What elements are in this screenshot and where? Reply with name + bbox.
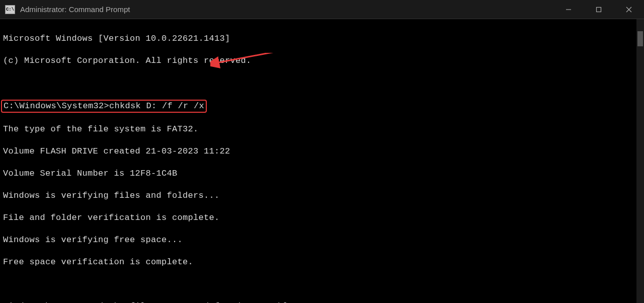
scrollbar-track[interactable] bbox=[636, 19, 644, 303]
output-line: Windows is verifying free space... bbox=[3, 235, 641, 246]
command-line: C:\Windows\System32>chkdsk D: /f /r /x bbox=[3, 100, 641, 113]
maximize-icon bbox=[596, 7, 602, 13]
svg-rect-1 bbox=[597, 7, 601, 12]
output-line: Windows has scanned the file system and … bbox=[3, 301, 641, 303]
version-line: Microsoft Windows [Version 10.0.22621.14… bbox=[3, 33, 641, 44]
command-text: chkdsk D: /f /r /x bbox=[109, 101, 204, 111]
copyright-line: (c) Microsoft Corporation. All rights re… bbox=[3, 55, 641, 66]
cmd-icon: C:\ bbox=[5, 5, 15, 14]
scrollbar-thumb[interactable] bbox=[637, 31, 643, 46]
output-line: Windows is verifying files and folders..… bbox=[3, 190, 641, 201]
window-titlebar: C:\ Administrator: Command Prompt bbox=[0, 0, 644, 19]
window-title: Administrator: Command Prompt bbox=[20, 5, 553, 14]
highlighted-command-box: C:\Windows\System32>chkdsk D: /f /r /x bbox=[1, 100, 207, 113]
prompt: C:\Windows\System32> bbox=[4, 101, 109, 111]
output-line: Free space verification is complete. bbox=[3, 257, 641, 268]
output-line: File and folder verification is complete… bbox=[3, 212, 641, 223]
output-line: Volume Serial Number is 12F8-1C4B bbox=[3, 168, 641, 179]
close-button[interactable] bbox=[614, 0, 644, 19]
window-controls bbox=[553, 0, 644, 19]
maximize-button[interactable] bbox=[584, 0, 614, 19]
minimize-icon bbox=[566, 7, 572, 13]
output-line: The type of the file system is FAT32. bbox=[3, 124, 641, 135]
output-line: Volume FLASH DRIVE created 21-03-2023 11… bbox=[3, 146, 641, 157]
terminal-output[interactable]: Microsoft Windows [Version 10.0.22621.14… bbox=[0, 19, 644, 303]
minimize-button[interactable] bbox=[553, 0, 584, 19]
close-icon bbox=[626, 7, 632, 13]
blank bbox=[3, 279, 641, 290]
blank bbox=[3, 78, 641, 89]
